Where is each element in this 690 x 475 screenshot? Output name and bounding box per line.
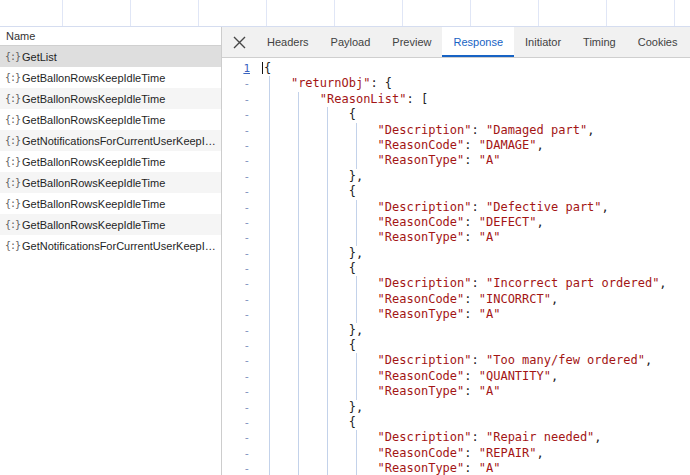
indent-guide bbox=[327, 138, 328, 153]
indent-guide bbox=[356, 307, 357, 322]
tab-initiator[interactable]: Initiator bbox=[514, 27, 572, 57]
indent-guide bbox=[327, 307, 328, 322]
json-punctuation-token: : bbox=[472, 276, 486, 290]
gutter-cell: - bbox=[222, 384, 262, 399]
request-row[interactable]: {:}GetBallonRowsKeepIdleTime bbox=[0, 109, 221, 130]
overview-gridline bbox=[606, 0, 607, 26]
request-row[interactable]: {:}GetBallonRowsKeepIdleTime bbox=[0, 67, 221, 88]
code-text: { bbox=[262, 61, 271, 76]
json-string-token: "Damaged part" bbox=[486, 123, 587, 137]
indent-guide bbox=[298, 246, 299, 261]
code-text: { bbox=[262, 261, 356, 276]
gutter-cell: - bbox=[222, 338, 262, 353]
json-punctuation-token: [ bbox=[421, 92, 428, 106]
json-punctuation-token: : bbox=[464, 307, 478, 321]
code-text: "Description": "Incorrect part ordered", bbox=[262, 276, 667, 291]
json-punctuation-token: , bbox=[594, 430, 601, 444]
request-row[interactable]: {:}GetNotificationsForCurrentUserKeepIdl… bbox=[0, 235, 221, 256]
code-text: "returnObj": { bbox=[262, 76, 392, 91]
column-header-name[interactable]: Name bbox=[0, 27, 221, 46]
network-overview-timeline[interactable] bbox=[0, 0, 690, 27]
indent-guide bbox=[356, 215, 357, 230]
indent-guide bbox=[298, 107, 299, 122]
indent-guide bbox=[269, 338, 270, 353]
json-punctuation-token: , bbox=[551, 369, 558, 383]
indent-guide bbox=[356, 384, 357, 399]
code-text: "ReasonType": "A" bbox=[262, 461, 500, 475]
json-string-token: "A" bbox=[479, 461, 501, 475]
overview-gridline bbox=[266, 0, 267, 26]
code-text: }, bbox=[262, 323, 363, 338]
request-row[interactable]: {:}GetBallonRowsKeepIdleTime bbox=[0, 88, 221, 109]
gutter-cell: - bbox=[222, 461, 262, 475]
json-string-token: "Incorrect part ordered" bbox=[486, 276, 659, 290]
indent-guide bbox=[269, 369, 270, 384]
code-text: { bbox=[262, 415, 356, 430]
request-name: GetBallonRowsKeepIdleTime bbox=[22, 72, 169, 84]
gutter-cell: - bbox=[222, 446, 262, 461]
indent-guide bbox=[269, 353, 270, 368]
code-line: - "ReasonType": "A" bbox=[222, 153, 690, 168]
line-number[interactable]: 1 bbox=[243, 62, 250, 75]
tab-payload[interactable]: Payload bbox=[320, 27, 382, 57]
request-row[interactable]: {:}GetNotificationsForCurrentUserKeepIdl… bbox=[0, 130, 221, 151]
indent-guide bbox=[298, 338, 299, 353]
request-row[interactable]: {:}GetBallonRowsKeepIdleTime bbox=[0, 172, 221, 193]
code-line: - "Description": "Too many/few ordered", bbox=[222, 353, 690, 368]
code-line: - "Description": "Incorrect part ordered… bbox=[222, 276, 690, 291]
code-line: - { bbox=[222, 338, 690, 353]
code-line: - "returnObj": { bbox=[222, 76, 690, 91]
tab-cookies[interactable]: Cookies bbox=[627, 27, 689, 57]
code-line: - "ReasonCode": "DEFECT", bbox=[222, 215, 690, 230]
request-row[interactable]: {:}GetList bbox=[0, 46, 221, 67]
json-punctuation-token: , bbox=[645, 353, 652, 367]
indent-guide bbox=[327, 215, 328, 230]
indent-guide bbox=[269, 400, 270, 415]
json-string-token: "Description" bbox=[378, 123, 472, 137]
json-punctuation-token: , bbox=[537, 215, 544, 229]
indent-guide bbox=[298, 307, 299, 322]
json-punctuation-token: , bbox=[551, 292, 558, 306]
json-braces-icon: {:} bbox=[5, 177, 22, 188]
request-row[interactable]: {:}GetBallonRowsKeepIdleTime bbox=[0, 151, 221, 172]
json-punctuation-token: }, bbox=[349, 400, 363, 414]
json-braces-icon: {:} bbox=[5, 135, 22, 146]
json-string-token: "Description" bbox=[378, 276, 472, 290]
request-name: GetBallonRowsKeepIdleTime bbox=[22, 156, 169, 168]
indent-guide bbox=[298, 215, 299, 230]
code-line: - "ReasonType": "A" bbox=[222, 384, 690, 399]
code-text: { bbox=[262, 107, 356, 122]
gutter-cell: - bbox=[222, 415, 262, 430]
json-punctuation-token: }, bbox=[349, 246, 363, 260]
requests-panel: Name {:}GetList{:}GetBallonRowsKeepIdleT… bbox=[0, 27, 222, 475]
indent-guide bbox=[298, 169, 299, 184]
json-punctuation-token: { bbox=[349, 184, 356, 198]
code-text: "ReasonList": [ bbox=[262, 92, 428, 107]
json-braces-icon: {:} bbox=[5, 219, 22, 230]
indent-guide bbox=[269, 276, 270, 291]
close-button[interactable] bbox=[222, 27, 256, 57]
request-row[interactable]: {:}GetBallonRowsKeepIdleTime bbox=[0, 214, 221, 235]
json-string-token: "ReasonCode" bbox=[378, 446, 465, 460]
indent-guide bbox=[269, 292, 270, 307]
tab-timing[interactable]: Timing bbox=[572, 27, 627, 57]
tab-preview[interactable]: Preview bbox=[381, 27, 442, 57]
code-text: "ReasonType": "A" bbox=[262, 307, 500, 322]
indent-guide bbox=[356, 276, 357, 291]
json-punctuation-token: { bbox=[349, 261, 356, 275]
code-text: "ReasonCode": "REPAIR", bbox=[262, 446, 544, 461]
indent-guide bbox=[327, 323, 328, 338]
json-punctuation-token: : bbox=[407, 92, 421, 106]
tab-headers[interactable]: Headers bbox=[256, 27, 320, 57]
json-punctuation-token: : bbox=[472, 430, 486, 444]
code-text: "ReasonCode": "INCORRCT", bbox=[262, 292, 558, 307]
request-row[interactable]: {:}GetBallonRowsKeepIdleTime bbox=[0, 193, 221, 214]
json-string-token: "INCORRCT" bbox=[479, 292, 551, 306]
gutter-cell: - bbox=[222, 246, 262, 261]
tab-response[interactable]: Response bbox=[442, 27, 514, 57]
indent-guide bbox=[327, 184, 328, 199]
indent-guide bbox=[327, 415, 328, 430]
json-string-token: "ReasonList" bbox=[320, 92, 407, 106]
code-text: }, bbox=[262, 246, 363, 261]
json-string-token: "ReasonCode" bbox=[378, 138, 465, 152]
